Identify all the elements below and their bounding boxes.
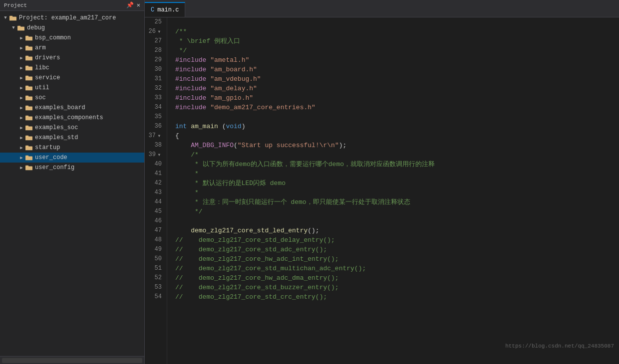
sidebar-item-examples_board[interactable]: ▶ examples_board [0, 103, 144, 113]
sidebar-item-arm[interactable]: ▶ arm [0, 43, 144, 53]
str-38: "Start up successful!\r\n" [238, 141, 339, 150]
sidebar-item-startup[interactable]: ▶ startup [0, 143, 144, 153]
sidebar-item-soc[interactable]: ▶ soc [0, 93, 144, 103]
fold-icon-26[interactable]: ▼ [157, 29, 162, 34]
arm-label: arm [35, 44, 46, 51]
sidebar-header-icons: 📌 ✕ [126, 1, 140, 9]
sidebar-title: Project [4, 2, 27, 8]
drivers-label: drivers [35, 54, 60, 61]
int-kw-36: int [175, 122, 187, 131]
linenum-52: 52 [145, 273, 167, 283]
include-str-32: "am_delay.h" [210, 84, 257, 93]
code-line-35 [167, 112, 619, 122]
bsp-folder-icon [25, 34, 33, 42]
sidebar-item-service[interactable]: ▶ service [0, 73, 144, 83]
sidebar-item-examples_components[interactable]: ▶ examples_components [0, 113, 144, 123]
user-code-label: user_code [35, 154, 67, 161]
service-expand-icon: ▶ [18, 74, 25, 81]
sidebar-hscrollbar[interactable] [2, 358, 142, 363]
linenum-41: 41 [145, 169, 167, 179]
util-folder-icon [25, 84, 33, 92]
linenum-40: 40 [145, 160, 167, 169]
indent-38 [175, 141, 191, 150]
sidebar-item-examples_soc[interactable]: ▶ examples_soc [0, 123, 144, 133]
code-line-31: #include "am_vdebug.h" [167, 74, 619, 84]
include-kw-32: #include [175, 84, 210, 93]
linenum-32: 32 [145, 84, 167, 93]
examples-board-label: examples_board [35, 104, 85, 111]
code-line-51: // demo_zlg217_core_std_multichan_adc_en… [167, 264, 619, 273]
code-line-32: #include "am_delay.h" [167, 84, 619, 93]
svg-rect-17 [25, 96, 28, 98]
code-line-54: // demo_zlg217_core_std_crc_entry(); [167, 292, 619, 302]
code-line-25 [167, 17, 619, 27]
code-line-41: * [167, 169, 619, 179]
call-47: (); [308, 226, 319, 235]
tree-root[interactable]: ▼ Project: example_am217_core [0, 13, 144, 23]
svg-rect-23 [25, 126, 28, 128]
linenum-44: 44 [145, 197, 167, 207]
sidebar-item-util[interactable]: ▶ util [0, 83, 144, 93]
pin-icon[interactable]: 📌 [126, 1, 134, 9]
bsp-expand-icon: ▶ [18, 34, 25, 41]
linenum-47: 47 [145, 226, 167, 235]
close-icon[interactable]: ✕ [137, 1, 140, 9]
brace-37: { [175, 131, 179, 141]
include-kw-34: #include [175, 103, 210, 112]
sidebar-item-libc[interactable]: ▶ libc [0, 63, 144, 73]
code-line-38: AM_DBG_INFO ( "Start up successful!\r\n"… [167, 141, 619, 150]
linenum-51: 51 [145, 264, 167, 273]
svg-rect-11 [25, 66, 28, 68]
include-str-33: "am_gpio.h" [210, 93, 253, 103]
libc-folder-icon [25, 64, 33, 72]
comment-26: /** [175, 27, 187, 36]
code-content[interactable]: /** * \brief 例程入口 */ #include "ametal.h" [167, 17, 619, 364]
examples-components-expand-icon: ▶ [18, 114, 25, 121]
fold-icon-39[interactable]: ▼ [157, 153, 162, 158]
linenum-42: 42 [145, 179, 167, 188]
code-line-27: * \brief 例程入口 [167, 36, 619, 46]
sidebar-item-user_code[interactable]: ▶ user_code [0, 153, 144, 163]
code-line-40: * 以下为所有demo的入口函数，需要运行哪个demo，就取消对应函数调用行的注… [167, 160, 619, 169]
include-kw-33: #include [175, 93, 210, 103]
debug-folder-icon [17, 24, 25, 32]
soc-expand-icon: ▶ [18, 94, 25, 101]
linenum-53: 53 [145, 283, 167, 292]
sidebar-item-examples_std[interactable]: ▶ examples_std [0, 133, 144, 143]
code-editor[interactable]: 25 26▼ 27 28 29 30 31 32 33 34 35 36 37▼… [145, 17, 619, 364]
editor-area: C main.c 25 26▼ 27 28 29 30 31 32 33 34 [145, 0, 619, 364]
examples-std-folder-icon [25, 134, 33, 142]
sidebar-header: Project 📌 ✕ [0, 0, 144, 11]
linenum-54: 54 [145, 292, 167, 302]
linenum-43: 43 [145, 188, 167, 197]
code-line-49: // demo_zlg217_core_std_adc_entry(); [167, 245, 619, 254]
sidebar-tree[interactable]: ▼ Project: example_am217_core ▼ debug ▶ [0, 11, 144, 356]
examples-components-label: examples_components [35, 114, 103, 121]
code-line-52: // demo_zlg217_core_hw_adc_dma_entry(); [167, 273, 619, 283]
startup-label: startup [35, 144, 60, 151]
fold-icon-37[interactable]: ▼ [157, 134, 162, 139]
paren-38: ( [234, 141, 238, 150]
code-line-30: #include "am_board.h" [167, 65, 619, 74]
comment-41: * [175, 169, 199, 179]
tab-label: main.c [157, 6, 179, 13]
include-str-34: "demo_am217_core_entries.h" [210, 103, 315, 112]
sidebar-item-debug[interactable]: ▼ debug [0, 23, 144, 33]
linenum-46: 46 [145, 216, 167, 226]
svg-rect-25 [25, 136, 28, 138]
comment-45: */ [175, 207, 203, 216]
svg-rect-15 [25, 86, 28, 88]
code-line-44: * 注意：同一时刻只能运行一个 demo，即只能使某一行处于取消注释状态 [167, 197, 619, 207]
tab-main-c[interactable]: C main.c [145, 2, 185, 17]
svg-rect-7 [25, 46, 28, 48]
service-folder-icon [25, 74, 33, 82]
root-label: Project: example_am217_core [19, 14, 116, 21]
sidebar-item-bsp_common[interactable]: ▶ bsp_common [0, 33, 144, 43]
sidebar-item-drivers[interactable]: ▶ drivers [0, 53, 144, 63]
comment-28: */ [175, 46, 187, 55]
sidebar-item-user_config[interactable]: ▶ user_config [0, 163, 144, 173]
code-line-34: #include "demo_am217_core_entries.h" [167, 103, 619, 112]
comment-27: * \brief 例程入口 [175, 36, 240, 46]
linenum-34: 34 [145, 103, 167, 112]
debug-expand-icon: ▼ [10, 24, 17, 31]
